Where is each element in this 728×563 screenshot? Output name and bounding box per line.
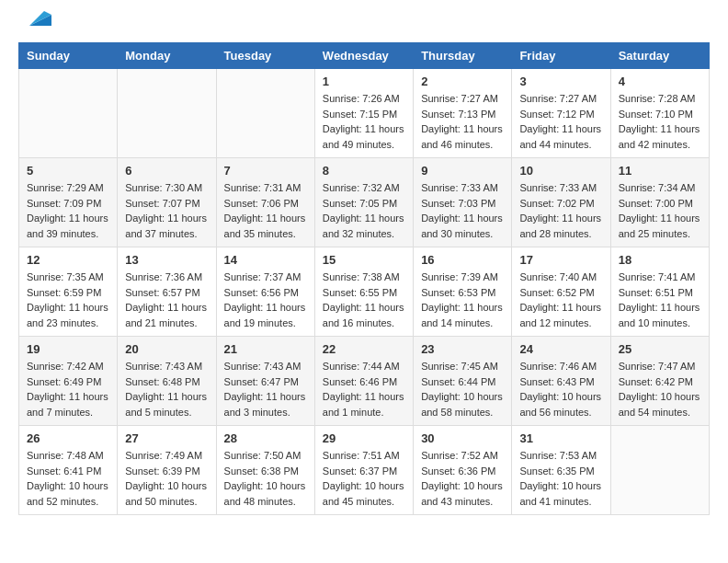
day-number: 28	[224, 431, 307, 445]
cell-content: Sunrise: 7:42 AMSunset: 6:49 PMDaylight:…	[27, 359, 109, 419]
cell-content: Sunrise: 7:40 AMSunset: 6:52 PMDaylight:…	[519, 270, 602, 330]
cell-content: Sunrise: 7:39 AMSunset: 6:53 PMDaylight:…	[421, 270, 504, 330]
day-number: 8	[323, 164, 405, 178]
sunrise-text: Sunrise: 7:35 AM	[27, 271, 104, 282]
sunset-text: Sunset: 7:00 PM	[619, 198, 693, 209]
daylight-text: Daylight: 11 hours and 14 minutes.	[421, 302, 503, 328]
daylight-text: Daylight: 11 hours and 39 minutes.	[27, 213, 108, 239]
calendar-cell: 18Sunrise: 7:41 AMSunset: 6:51 PMDayligh…	[610, 247, 709, 337]
sunset-text: Sunset: 6:46 PM	[323, 376, 397, 387]
weekday-header-thursday: Thursday	[414, 43, 512, 69]
weekday-header-monday: Monday	[118, 43, 216, 69]
daylight-text: Daylight: 11 hours and 37 minutes.	[125, 213, 207, 239]
calendar-cell: 23Sunrise: 7:45 AMSunset: 6:44 PMDayligh…	[414, 337, 512, 426]
day-number: 20	[125, 342, 208, 356]
day-number: 15	[323, 253, 405, 267]
sunset-text: Sunset: 6:47 PM	[224, 376, 299, 387]
daylight-text: Daylight: 10 hours and 56 minutes.	[519, 391, 601, 418]
sunset-text: Sunset: 6:52 PM	[519, 287, 594, 298]
day-number: 11	[619, 164, 701, 178]
day-number: 25	[619, 342, 701, 356]
daylight-text: Daylight: 11 hours and 23 minutes.	[27, 302, 108, 328]
calendar-cell	[216, 69, 314, 158]
calendar-cell: 28Sunrise: 7:50 AMSunset: 6:38 PMDayligh…	[216, 426, 314, 515]
calendar-cell: 29Sunrise: 7:51 AMSunset: 6:37 PMDayligh…	[314, 426, 413, 515]
sunrise-text: Sunrise: 7:50 AM	[224, 450, 301, 461]
day-number: 27	[125, 431, 208, 445]
daylight-text: Daylight: 10 hours and 43 minutes.	[421, 480, 503, 507]
calendar-cell: 19Sunrise: 7:42 AMSunset: 6:49 PMDayligh…	[19, 337, 118, 426]
daylight-text: Daylight: 11 hours and 46 minutes.	[421, 123, 503, 150]
sunset-text: Sunset: 6:43 PM	[519, 376, 594, 387]
cell-content: Sunrise: 7:50 AMSunset: 6:38 PMDaylight:…	[224, 448, 307, 509]
sunrise-text: Sunrise: 7:29 AM	[27, 182, 104, 193]
calendar-cell	[118, 69, 216, 158]
sunset-text: Sunset: 6:42 PM	[619, 376, 693, 387]
logo	[18, 18, 51, 33]
cell-content: Sunrise: 7:27 AMSunset: 7:13 PMDaylight:…	[421, 91, 504, 152]
cell-content: Sunrise: 7:41 AMSunset: 6:51 PMDaylight:…	[619, 270, 701, 330]
sunset-text: Sunset: 6:35 PM	[519, 465, 594, 477]
sunrise-text: Sunrise: 7:39 AM	[421, 271, 498, 282]
day-number: 22	[323, 342, 405, 356]
sunset-text: Sunset: 6:37 PM	[323, 465, 397, 477]
weekday-header-saturday: Saturday	[610, 43, 709, 69]
sunrise-text: Sunrise: 7:27 AM	[421, 93, 498, 104]
logo-icon	[22, 9, 51, 29]
sunset-text: Sunset: 6:36 PM	[421, 465, 495, 477]
calendar-table: SundayMondayTuesdayWednesdayThursdayFrid…	[18, 42, 710, 515]
day-number: 21	[224, 342, 307, 356]
sunset-text: Sunset: 7:05 PM	[323, 198, 397, 209]
daylight-text: Daylight: 11 hours and 32 minutes.	[323, 213, 404, 239]
daylight-text: Daylight: 11 hours and 5 minutes.	[125, 391, 207, 418]
calendar-cell: 30Sunrise: 7:52 AMSunset: 6:36 PMDayligh…	[414, 426, 512, 515]
calendar-cell: 1Sunrise: 7:26 AMSunset: 7:15 PMDaylight…	[314, 69, 413, 158]
daylight-text: Daylight: 11 hours and 10 minutes.	[619, 302, 700, 328]
calendar-cell: 21Sunrise: 7:43 AMSunset: 6:47 PMDayligh…	[216, 337, 314, 426]
sunrise-text: Sunrise: 7:33 AM	[519, 182, 597, 193]
day-number: 9	[421, 164, 504, 178]
weekday-header-friday: Friday	[512, 43, 610, 69]
sunrise-text: Sunrise: 7:32 AM	[323, 182, 400, 193]
sunrise-text: Sunrise: 7:43 AM	[224, 361, 301, 372]
calendar-week-4: 19Sunrise: 7:42 AMSunset: 6:49 PMDayligh…	[19, 337, 710, 426]
calendar-cell: 13Sunrise: 7:36 AMSunset: 6:57 PMDayligh…	[118, 247, 216, 337]
day-number: 19	[27, 342, 109, 356]
calendar-cell	[610, 426, 709, 515]
calendar-week-5: 26Sunrise: 7:48 AMSunset: 6:41 PMDayligh…	[19, 426, 710, 515]
cell-content: Sunrise: 7:32 AMSunset: 7:05 PMDaylight:…	[323, 180, 405, 241]
cell-content: Sunrise: 7:53 AMSunset: 6:35 PMDaylight:…	[519, 448, 602, 509]
calendar-cell: 10Sunrise: 7:33 AMSunset: 7:02 PMDayligh…	[512, 158, 610, 247]
daylight-text: Daylight: 11 hours and 44 minutes.	[519, 123, 601, 150]
sunrise-text: Sunrise: 7:28 AM	[619, 93, 696, 104]
sunset-text: Sunset: 7:10 PM	[619, 109, 693, 120]
daylight-text: Daylight: 10 hours and 41 minutes.	[519, 480, 601, 507]
daylight-text: Daylight: 11 hours and 3 minutes.	[224, 391, 306, 418]
day-number: 5	[27, 164, 109, 178]
daylight-text: Daylight: 11 hours and 30 minutes.	[421, 213, 503, 239]
sunrise-text: Sunrise: 7:38 AM	[323, 271, 400, 282]
day-number: 3	[519, 75, 602, 88]
sunset-text: Sunset: 6:39 PM	[125, 465, 199, 477]
calendar-cell: 17Sunrise: 7:40 AMSunset: 6:52 PMDayligh…	[512, 247, 610, 337]
cell-content: Sunrise: 7:47 AMSunset: 6:42 PMDaylight:…	[619, 359, 701, 419]
cell-content: Sunrise: 7:28 AMSunset: 7:10 PMDaylight:…	[619, 91, 701, 152]
sunset-text: Sunset: 7:06 PM	[224, 198, 299, 209]
sunset-text: Sunset: 6:44 PM	[421, 376, 495, 387]
cell-content: Sunrise: 7:26 AMSunset: 7:15 PMDaylight:…	[323, 91, 405, 152]
cell-content: Sunrise: 7:35 AMSunset: 6:59 PMDaylight:…	[27, 270, 109, 330]
sunrise-text: Sunrise: 7:47 AM	[619, 361, 696, 372]
sunset-text: Sunset: 6:51 PM	[619, 287, 693, 298]
day-number: 6	[125, 164, 208, 178]
day-number: 16	[421, 253, 504, 267]
calendar-cell: 7Sunrise: 7:31 AMSunset: 7:06 PMDaylight…	[216, 158, 314, 247]
cell-content: Sunrise: 7:33 AMSunset: 7:02 PMDaylight:…	[519, 180, 602, 241]
sunrise-text: Sunrise: 7:36 AM	[125, 271, 202, 282]
cell-content: Sunrise: 7:51 AMSunset: 6:37 PMDaylight:…	[323, 448, 405, 509]
cell-content: Sunrise: 7:48 AMSunset: 6:41 PMDaylight:…	[27, 448, 109, 509]
sunset-text: Sunset: 7:12 PM	[519, 109, 594, 120]
day-number: 17	[519, 253, 602, 267]
calendar-week-3: 12Sunrise: 7:35 AMSunset: 6:59 PMDayligh…	[19, 247, 710, 337]
cell-content: Sunrise: 7:37 AMSunset: 6:56 PMDaylight:…	[224, 270, 307, 330]
sunset-text: Sunset: 7:09 PM	[27, 198, 101, 209]
